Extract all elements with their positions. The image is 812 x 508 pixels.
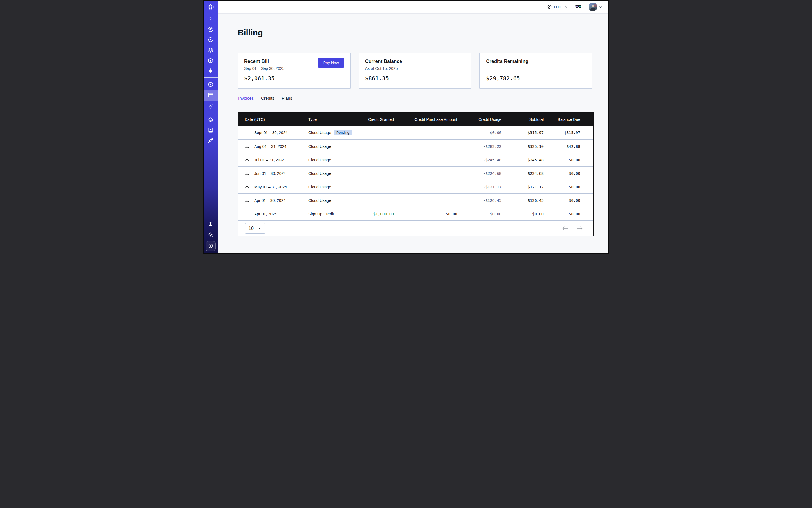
invoice-type: Cloud Usage	[308, 171, 331, 176]
billing-page: Billing Recent Bill Sep 01 – Sep 30, 202…	[218, 13, 608, 253]
balance-due-value: $315.97	[544, 130, 593, 135]
balance-due-value: $0.00	[544, 158, 593, 162]
column-header: Type	[308, 117, 363, 122]
spiral-icon	[208, 26, 214, 32]
download-invoice-button[interactable]	[245, 184, 250, 189]
download-icon	[245, 184, 250, 189]
topbar: UTC	[218, 1, 608, 13]
credit-usage-value: -$282.22	[457, 144, 502, 149]
main-area: UTC	[218, 1, 608, 253]
tab-credits[interactable]: Credits	[260, 96, 275, 104]
prev-page-button[interactable]	[562, 226, 568, 231]
sidebar-item-cube[interactable]	[204, 55, 218, 66]
sidebar-item-settings[interactable]	[204, 101, 218, 111]
invoice-type: Cloud Usage	[308, 185, 331, 189]
balance-due-value: $0.00	[544, 198, 593, 203]
flask-icon	[208, 222, 213, 227]
balance-due-value: $0.00	[544, 212, 593, 216]
invoice-table-body: Sept 01 – 30, 2024 Cloud Usage Pending $…	[238, 126, 593, 220]
invoices-table: Date (UTC)TypeCredit GrantedCredit Purch…	[238, 112, 594, 236]
account-menu[interactable]	[589, 3, 602, 11]
card-subtitle: As of Oct 15, 2025	[365, 66, 465, 71]
credit-usage-value: -$224.68	[457, 171, 502, 176]
helm-wheel-icon	[208, 117, 214, 123]
sidebar-spacer	[204, 145, 218, 219]
sidebar-item-launch[interactable]	[204, 135, 218, 145]
column-header: Balance Due	[544, 117, 593, 122]
sidebar-item-billing[interactable]	[204, 90, 218, 101]
pay-now-button[interactable]: Pay Now	[318, 58, 344, 68]
credit-granted-value: $1,000.00	[363, 212, 394, 216]
tab-invoices[interactable]: Invoices	[238, 96, 254, 104]
invoice-row: Aug 01 – 31, 2024 Cloud Usage -$282.22 $…	[238, 139, 593, 153]
sidebar-divider	[204, 113, 218, 113]
sidebar-expand-button[interactable]	[204, 13, 218, 24]
billing-card-icon	[208, 92, 214, 98]
dollar-badge-icon	[208, 243, 214, 249]
credit-usage-value: $0.00	[457, 212, 502, 216]
download-invoice-button[interactable]	[245, 144, 250, 149]
download-invoice-button[interactable]	[245, 158, 250, 162]
pager-arrows	[562, 226, 583, 231]
credit-purchase-value: $0.00	[394, 212, 457, 216]
3d-glasses-icon	[575, 4, 582, 9]
invoice-date: Jul 01 – 31, 2024	[254, 158, 284, 162]
sidebar-item-labs[interactable]	[204, 219, 218, 229]
current-balance-amount: $861.35	[365, 75, 465, 82]
sidebar-item-admin[interactable]	[204, 114, 218, 125]
timer-icon	[208, 37, 214, 43]
invoice-date: Aug 01 – 31, 2024	[254, 144, 286, 149]
next-page-button[interactable]	[576, 226, 583, 231]
page-size-value: 10	[249, 226, 254, 231]
recent-bill-amount: $2,061.35	[244, 75, 344, 82]
card-title: Credits Remaining	[486, 58, 586, 64]
sidebar-item-docs[interactable]	[204, 125, 218, 135]
balance-due-value: $0.00	[544, 171, 593, 176]
invoice-date: Apr 01, 2024	[254, 212, 277, 216]
credit-usage-value: -$126.45	[457, 198, 502, 203]
download-icon	[245, 158, 250, 162]
status-badge: Pending	[334, 130, 352, 135]
avatar	[589, 3, 597, 11]
credits-remaining-amount: $29,782.65	[486, 75, 586, 82]
theater-mode-button[interactable]	[575, 4, 582, 9]
sidebar-item-theme[interactable]	[204, 229, 218, 240]
clock-icon	[547, 4, 552, 9]
balance-due-value: $42.88	[544, 144, 593, 149]
orbit-logo-icon[interactable]	[204, 1, 218, 13]
sidebar-item-usage-dashboard[interactable]	[204, 79, 218, 90]
column-header: Date (UTC)	[238, 117, 308, 122]
invoice-date: Sept 01 – 30, 2024	[254, 130, 288, 135]
subtotal-value: $325.10	[502, 144, 544, 149]
timezone-selector[interactable]: UTC	[547, 4, 568, 9]
subtotal-value: $126.45	[502, 198, 544, 203]
credits-referral-button[interactable]	[206, 241, 216, 251]
download-invoice-button[interactable]	[245, 198, 250, 203]
subtotal-value: $224.68	[502, 171, 544, 176]
asterisk-icon	[208, 68, 214, 74]
download-invoice-button[interactable]	[245, 171, 250, 176]
column-header: Subtotal	[502, 117, 544, 122]
subtotal-value: $315.97	[502, 130, 544, 135]
layers-icon	[208, 47, 214, 53]
invoice-date: May 01 – 31, 2024	[254, 185, 287, 189]
chevron-down-icon	[599, 5, 602, 9]
invoice-row: Jul 01 – 31, 2024 Cloud Usage -$245.48 $…	[238, 153, 593, 166]
invoice-type: Cloud Usage	[308, 158, 331, 162]
invoice-row: Sept 01 – 30, 2024 Cloud Usage Pending $…	[238, 126, 593, 139]
book-sparkle-icon	[208, 127, 214, 133]
sidebar	[204, 1, 218, 253]
sidebar-item-spiral[interactable]	[204, 24, 218, 34]
page-size-select[interactable]: 10	[245, 223, 265, 234]
sidebar-item-timer[interactable]	[204, 34, 218, 45]
sidebar-item-asterisk[interactable]	[204, 66, 218, 76]
sidebar-divider	[204, 77, 218, 78]
gear-icon	[208, 103, 214, 109]
chevron-right-icon	[208, 16, 213, 21]
credits-remaining-card: Credits Remaining $29,782.65	[479, 53, 592, 89]
download-icon	[245, 198, 250, 203]
tab-plans[interactable]: Plans	[281, 96, 293, 104]
download-icon	[245, 144, 250, 149]
invoice-type: Sign Up Credit	[308, 212, 334, 216]
sidebar-item-layers[interactable]	[204, 45, 218, 55]
